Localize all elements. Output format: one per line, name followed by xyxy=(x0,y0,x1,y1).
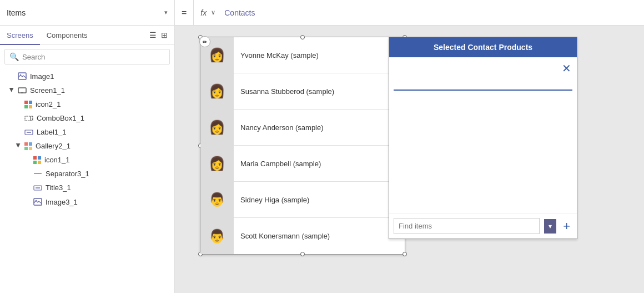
gallery-item-5[interactable]: 👨 Sidney Higa (sample) › xyxy=(200,182,405,218)
contact-divider xyxy=(394,90,572,91)
icon-small-icon xyxy=(33,156,41,164)
tree-item-combobox[interactable]: ▾ ComboBox1_1 xyxy=(0,111,174,125)
edit-button[interactable]: ✏ xyxy=(199,36,210,47)
gallery-icon xyxy=(24,142,32,150)
avatar-3: 👩 xyxy=(200,110,234,146)
find-items-input[interactable] xyxy=(394,218,540,234)
expand-arrow-icon: ▶ xyxy=(9,88,15,93)
tree-panel: Image1 ▶ Screen1_1 icon2_1 xyxy=(0,69,174,293)
expand-placeholder xyxy=(16,115,21,121)
expand-placeholder xyxy=(24,157,30,163)
tree-item-image3[interactable]: Image3_1 xyxy=(0,195,174,209)
search-box: 🔍 xyxy=(4,49,170,64)
tree-item-label1[interactable]: Label1_1 xyxy=(0,125,174,139)
contact-name-4: Maria Campbell (sample) xyxy=(234,160,396,168)
contact-name-6: Scott Konersmann (sample) xyxy=(234,232,396,240)
add-item-button[interactable]: + xyxy=(561,220,572,232)
tree-label-separator3: Separator3_1 xyxy=(46,170,89,178)
svg-point-1 xyxy=(20,75,21,76)
tree-item-title3[interactable]: Title3_1 xyxy=(0,181,174,195)
expand-arrow-gallery: ▶ xyxy=(16,143,22,149)
search-input[interactable] xyxy=(22,53,165,61)
svg-rect-18 xyxy=(38,156,41,160)
tree-item-icon1[interactable]: icon1_1 xyxy=(0,153,174,167)
contact-name-2: Susanna Stubberod (sample) xyxy=(234,87,396,96)
expand-placeholder xyxy=(9,73,14,80)
tab-components[interactable]: Components xyxy=(40,26,94,44)
equals-sign: = xyxy=(175,0,194,25)
items-dropdown[interactable]: Items ▾ xyxy=(0,0,175,25)
svg-rect-14 xyxy=(29,142,32,146)
formula-chevron-icon: ∨ xyxy=(211,9,215,16)
contact-panel-header: Selected Contact Products xyxy=(389,37,577,57)
dropdown-arrow-icon: ▾ xyxy=(164,9,168,16)
svg-rect-7 xyxy=(29,105,32,108)
search-icon: 🔍 xyxy=(9,52,19,61)
contact-panel: Selected Contact Products ✕ ▾ + xyxy=(389,37,577,239)
combobox-icon: ▾ xyxy=(24,116,33,121)
gallery-item-3[interactable]: 👩 Nancy Anderson (sample) › xyxy=(200,110,405,146)
tree-label-image3: Image3_1 xyxy=(46,198,78,206)
svg-rect-2 xyxy=(18,88,26,93)
expand-placeholder xyxy=(24,185,30,191)
expand-placeholder xyxy=(16,129,21,135)
tree-item-icon2[interactable]: icon2_1 xyxy=(0,97,174,111)
svg-rect-6 xyxy=(24,105,28,108)
contact-name-5: Sidney Higa (sample) xyxy=(234,196,396,204)
close-button[interactable]: ✕ xyxy=(562,63,571,74)
main-content: Screens Components ☰ ⊞ 🔍 Image1 ▶ xyxy=(0,26,644,293)
tree-label-combobox: ComboBox1_1 xyxy=(37,114,84,122)
gallery-item-6[interactable]: 👨 Scott Konersmann (sample) › xyxy=(200,218,405,254)
tree-label-label1: Label1_1 xyxy=(37,128,67,136)
svg-rect-17 xyxy=(33,156,37,160)
svg-text:▾: ▾ xyxy=(32,117,33,121)
sidebar: Screens Components ☰ ⊞ 🔍 Image1 ▶ xyxy=(0,26,175,293)
gallery-component: ✏ 👩 Yvonne McKay (sample) › 👩 xyxy=(200,37,405,255)
avatar-5: 👨 xyxy=(200,182,234,218)
items-label: Items xyxy=(7,8,26,17)
svg-rect-4 xyxy=(24,101,28,104)
tree-item-screen1[interactable]: ▶ Screen1_1 xyxy=(0,83,174,97)
gallery-item-2[interactable]: 👩 Susanna Stubberod (sample) › xyxy=(200,73,405,110)
avatar-4: 👩 xyxy=(200,146,234,182)
contact-name-3: Nancy Anderson (sample) xyxy=(234,123,396,132)
separator-icon xyxy=(33,172,42,176)
canvas-area: ✏ 👩 Yvonne McKay (sample) › 👩 xyxy=(175,26,644,293)
tab-screens[interactable]: Screens xyxy=(0,26,40,45)
image3-icon xyxy=(33,197,42,206)
expand-placeholder xyxy=(24,171,30,177)
svg-rect-21 xyxy=(34,173,42,174)
tree-label-title3: Title3_1 xyxy=(46,183,71,192)
screen-icon xyxy=(18,87,27,94)
tree-item-separator3[interactable]: Separator3_1 xyxy=(0,167,174,181)
fx-label: fx xyxy=(200,8,207,17)
tree-label-icon2: icon2_1 xyxy=(36,100,61,108)
tree-item-image1[interactable]: Image1 xyxy=(0,69,174,83)
svg-rect-20 xyxy=(38,161,41,164)
gallery-item-4[interactable]: 👩 Maria Campbell (sample) › xyxy=(200,146,405,182)
svg-rect-16 xyxy=(29,147,32,150)
expand-placeholder xyxy=(24,199,30,205)
image-icon xyxy=(18,72,27,81)
icon-icon xyxy=(24,101,32,108)
svg-rect-15 xyxy=(24,147,28,150)
tree-label-gallery2: Gallery2_1 xyxy=(36,142,71,150)
gallery-item-1[interactable]: 👩 Yvonne McKay (sample) › xyxy=(200,37,405,73)
list-view-icon[interactable]: ☰ xyxy=(147,28,159,42)
svg-rect-19 xyxy=(33,161,37,164)
tree-label-icon1: icon1_1 xyxy=(44,156,70,164)
tree-label-screen1: Screen1_1 xyxy=(30,86,65,95)
svg-rect-5 xyxy=(29,101,32,104)
top-toolbar: Items ▾ = fx ∨ Contacts xyxy=(0,0,644,26)
avatar-6: 👨 xyxy=(200,218,234,254)
svg-rect-13 xyxy=(24,142,28,146)
title-icon xyxy=(33,184,42,192)
contact-footer: ▾ + xyxy=(389,213,577,239)
grid-view-icon[interactable]: ⊞ xyxy=(159,28,170,42)
tree-label-image1: Image1 xyxy=(30,72,54,81)
find-items-dropdown-button[interactable]: ▾ xyxy=(544,219,556,234)
tree-item-gallery2[interactable]: ▶ Gallery2_1 xyxy=(0,139,174,153)
expand-placeholder xyxy=(16,101,21,107)
tabs-row: Screens Components ☰ ⊞ xyxy=(0,26,174,44)
avatar-2: 👩 xyxy=(200,73,234,110)
